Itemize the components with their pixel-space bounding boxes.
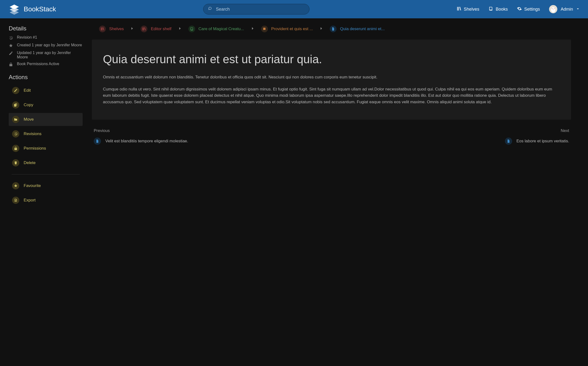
search-input[interactable] xyxy=(216,7,304,12)
crumb-book-label: Care of Magical Creatu... xyxy=(199,27,244,31)
action-divider xyxy=(12,174,80,175)
pager-next-title: Eos labore et ipsum veritatis. xyxy=(516,139,569,144)
shelves-icon xyxy=(141,26,147,32)
pager-previous[interactable]: Previous Velit est blanditiis tempore el… xyxy=(94,128,327,145)
breadcrumb: Shelves Editor shelf Care of Magical Cre… xyxy=(92,23,571,39)
svg-marker-2 xyxy=(10,10,19,15)
book-icon xyxy=(488,6,493,12)
user-name: Admin xyxy=(561,7,573,12)
nav-shelves-label: Shelves xyxy=(464,7,479,12)
export-icon xyxy=(12,197,19,204)
pager: Previous Velit est blanditiis tempore el… xyxy=(92,128,571,145)
action-revisions-label: Revisions xyxy=(24,131,41,136)
action-edit-label: Edit xyxy=(24,88,31,93)
detail-updated: Updated 1 year ago by Jennifer Moore xyxy=(9,51,83,59)
caret-down-icon xyxy=(576,7,579,11)
pencil-icon xyxy=(9,51,14,56)
action-copy-label: Copy xyxy=(24,103,33,107)
brand[interactable]: BookStack xyxy=(9,4,56,15)
crumb-shelves[interactable]: Shelves xyxy=(97,24,126,34)
actions-heading: Actions xyxy=(9,74,83,81)
pencil-icon xyxy=(12,87,19,94)
detail-created: Created 1 year ago by Jennifer Moore xyxy=(9,43,83,48)
page-icon xyxy=(94,137,101,145)
crumb-shelf[interactable]: Editor shelf xyxy=(138,24,174,34)
crumb-shelves-label: Shelves xyxy=(109,27,124,31)
action-move-label: Move xyxy=(24,117,34,122)
detail-revision-text: Revision #1 xyxy=(17,35,37,39)
avatar xyxy=(549,5,557,13)
pager-prev-label: Previous xyxy=(94,128,327,133)
content-card: Quia deserunt animi et est ut pariatur q… xyxy=(92,39,571,120)
user-menu[interactable]: Admin xyxy=(549,5,579,13)
brand-logo-icon xyxy=(9,4,20,15)
page-title: Quia deserunt animi et est ut pariatur q… xyxy=(103,52,560,67)
star-icon xyxy=(9,43,14,48)
details-heading: Details xyxy=(9,25,83,32)
chapter-icon xyxy=(261,26,268,32)
action-delete[interactable]: Delete xyxy=(9,156,83,169)
search-box[interactable] xyxy=(203,4,310,15)
detail-revision[interactable]: Revision #1 xyxy=(9,35,83,40)
search-icon xyxy=(208,7,216,12)
crumb-page-label: Quia deserunt animi et... xyxy=(340,27,385,31)
star-icon xyxy=(12,182,19,189)
crumb-chapter[interactable]: Provident et quis est ... xyxy=(259,24,316,34)
svg-point-7 xyxy=(553,9,554,10)
header-nav: Shelves Books Settings Admin xyxy=(457,5,579,13)
brand-name: BookStack xyxy=(24,5,56,13)
nav-settings-label: Settings xyxy=(524,7,540,12)
lock-icon xyxy=(12,145,19,152)
trash-icon xyxy=(12,159,19,167)
history-icon xyxy=(9,36,14,40)
action-permissions[interactable]: Permissions xyxy=(9,142,83,155)
nav-books[interactable]: Books xyxy=(488,6,508,12)
shelves-icon xyxy=(457,6,461,12)
crumb-page[interactable]: Quia deserunt animi et... xyxy=(327,24,387,34)
history-icon xyxy=(12,130,19,137)
main: Shelves Editor shelf Care of Magical Cre… xyxy=(87,23,588,207)
page-icon xyxy=(330,26,336,32)
pager-next-label: Next xyxy=(336,128,569,133)
action-permissions-label: Permissions xyxy=(24,146,46,151)
action-export[interactable]: Export xyxy=(9,194,83,207)
crumb-shelf-label: Editor shelf xyxy=(151,27,171,31)
svg-point-5 xyxy=(552,8,552,9)
action-favourite-label: Favourite xyxy=(24,183,41,188)
action-favourite[interactable]: Favourite xyxy=(9,179,83,192)
page-body: Omnis et accusantium velit dolorum non b… xyxy=(103,74,560,105)
detail-created-text: Created 1 year ago by Jennifer Moore xyxy=(17,43,82,47)
svg-point-6 xyxy=(554,8,554,9)
nav-settings[interactable]: Settings xyxy=(517,6,540,12)
page-paragraph: Cumque odio nulla ut vero. Sint nihil do… xyxy=(103,86,560,105)
folder-icon xyxy=(12,116,19,123)
page-icon xyxy=(505,137,512,145)
crumb-chapter-label: Provident et quis est ... xyxy=(271,27,313,31)
pager-prev-title: Velit est blanditiis tempore eligendi mo… xyxy=(105,139,188,144)
chevron-right-icon[interactable] xyxy=(126,26,138,32)
action-revisions[interactable]: Revisions xyxy=(9,127,83,140)
page-paragraph: Omnis et accusantium velit dolorum non b… xyxy=(103,74,560,80)
action-copy[interactable]: Copy xyxy=(9,99,83,111)
action-edit[interactable]: Edit xyxy=(9,84,83,97)
crumb-book[interactable]: Care of Magical Creatu... xyxy=(186,24,247,34)
nav-shelves[interactable]: Shelves xyxy=(457,6,479,12)
detail-permissions[interactable]: Book Permissions Active xyxy=(9,62,83,67)
lock-icon xyxy=(9,62,14,67)
pager-next[interactable]: Next Eos labore et ipsum veritatis. xyxy=(336,128,569,145)
chevron-right-icon[interactable] xyxy=(247,26,259,32)
book-icon xyxy=(188,26,195,32)
copy-icon xyxy=(12,101,19,109)
detail-permissions-text: Book Permissions Active xyxy=(17,62,59,66)
chevron-right-icon[interactable] xyxy=(315,26,327,32)
sidebar: Details Revision #1 Created 1 year ago b… xyxy=(0,23,87,207)
gear-icon xyxy=(517,6,522,12)
action-move[interactable]: Move xyxy=(9,113,83,126)
action-list: Edit Copy Move Revisions Permissions Del… xyxy=(9,84,83,207)
nav-books-label: Books xyxy=(496,7,508,12)
app-header: BookStack Shelves Books Settings Admin xyxy=(0,0,588,18)
action-delete-label: Delete xyxy=(24,160,36,165)
detail-updated-text: Updated 1 year ago by Jennifer Moore xyxy=(17,51,83,59)
chevron-right-icon[interactable] xyxy=(174,26,186,32)
action-export-label: Export xyxy=(24,198,36,203)
